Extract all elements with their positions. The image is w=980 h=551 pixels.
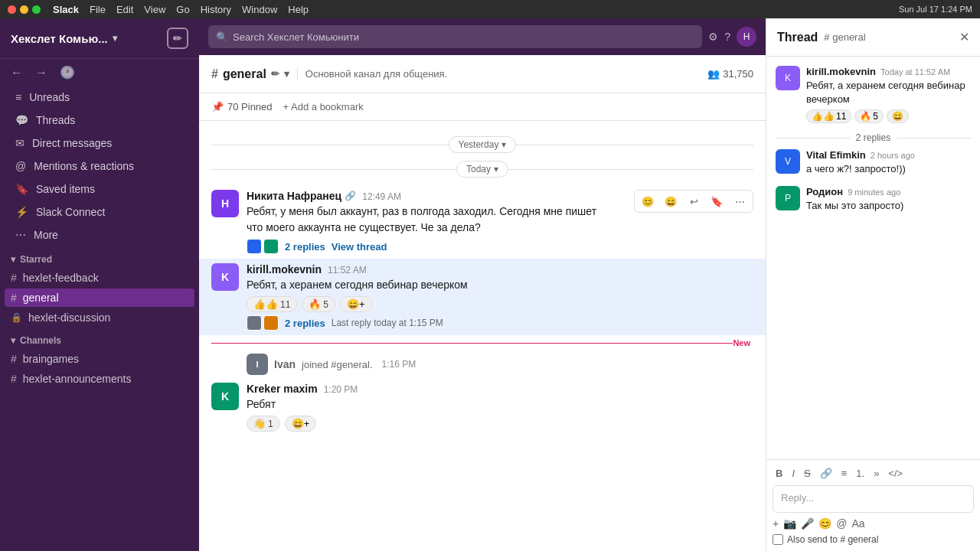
sidebar-item-more[interactable]: ⋯ More	[5, 224, 194, 246]
reply-avatars	[247, 315, 279, 331]
italic-button[interactable]: I	[789, 466, 798, 481]
menu-window[interactable]: Window	[242, 4, 277, 15]
sidebar-item-threads[interactable]: 💬 Threads	[5, 109, 194, 131]
add-bookmark-button[interactable]: + Add a bookmark	[283, 101, 364, 112]
bookmark-button[interactable]: 🔖	[707, 192, 727, 210]
filter-icon[interactable]: ⚙	[708, 31, 718, 43]
audio-button[interactable]: 🎤	[801, 517, 814, 530]
search-bar[interactable]: 🔍 Search Хекслет Комьюнити	[208, 25, 702, 48]
thread-time: Today at 11:52 AM	[880, 67, 950, 77]
messages-area[interactable]: Yesterday ▾ Today ▾ Н Никита Нафранец 🔗	[199, 121, 766, 551]
thread-msg-content: kirill.mokevnin Today at 11:52 AM Ребят,…	[806, 66, 971, 123]
emoji-button[interactable]: 😄	[661, 192, 681, 210]
add-button[interactable]: +	[773, 517, 779, 530]
also-send-option: Also send to # general	[773, 534, 974, 545]
members-icon: 👥	[707, 68, 720, 80]
sidebar-item-label: More	[34, 229, 58, 241]
reaction-wave[interactable]: 👋 1	[247, 416, 280, 432]
sidebar-channel-general[interactable]: # general	[5, 289, 194, 307]
workspace-name[interactable]: Хекслет Комью... ▾	[11, 32, 117, 45]
help-icon[interactable]: ?	[724, 31, 730, 43]
sidebar-item-mentions[interactable]: @ Mentions & reactions	[5, 155, 194, 177]
message-row: K kirill.mokevnin 11:52 AM Ребят, а хера…	[199, 259, 766, 335]
forward-button[interactable]: →	[32, 64, 51, 81]
message-content: kirill.mokevnin 11:52 AM Ребят, а херане…	[247, 263, 753, 331]
strikethrough-button[interactable]: S	[801, 466, 814, 481]
reply-avatar	[247, 315, 262, 331]
menu-go[interactable]: Go	[176, 4, 189, 15]
reaction-add[interactable]: 😄+	[285, 416, 317, 432]
thread-close-button[interactable]: ✕	[959, 30, 969, 44]
view-replies-link[interactable]: 2 replies	[285, 318, 325, 329]
history-button[interactable]: 🕐	[57, 64, 78, 81]
compose-button[interactable]: ✏	[167, 28, 188, 49]
pinned-bookmark[interactable]: 📌 70 Pinned	[211, 101, 273, 112]
thread-reaction-fire[interactable]: 🔥 5	[854, 109, 884, 123]
minimize-window-dot[interactable]	[20, 5, 28, 14]
bold-button[interactable]: B	[773, 466, 786, 481]
reply-avatar	[247, 239, 262, 254]
reaction-thumbsup[interactable]: 👍👍 11	[247, 296, 297, 312]
channel-chevron-icon[interactable]: ▾	[284, 68, 289, 80]
back-button[interactable]: ←	[8, 64, 26, 81]
main-content: 🔍 Search Хекслет Комьюнити ⚙ ? H # gener…	[199, 18, 766, 551]
reply-input[interactable]: Reply...	[773, 485, 974, 513]
also-send-checkbox[interactable]	[773, 534, 783, 545]
menu-view[interactable]: View	[144, 4, 165, 15]
code-button[interactable]: </>	[885, 466, 906, 481]
maximize-window-dot[interactable]	[32, 5, 41, 14]
thread-reply: Р Родион 9 minutes ago Так мы это запрос…	[776, 186, 971, 213]
sidebar-header: Хекслет Комью... ▾ ✏	[0, 18, 199, 59]
top-bar-actions: ⚙ ? H	[708, 27, 756, 47]
reply-toolbar: B I S 🔗 ≡ 1. » </>	[773, 466, 974, 481]
sidebar-item-label: Threads	[36, 114, 75, 126]
date-badge-today[interactable]: Today ▾	[456, 161, 508, 178]
sidebar-item-saved[interactable]: 🔖 Saved items	[5, 178, 194, 200]
starred-section-label[interactable]: ▾ Starred	[0, 246, 199, 268]
sidebar-channel-hexlet-announcements[interactable]: # hexlet-announcements	[0, 370, 199, 388]
sidebar-item-unreads[interactable]: ≡ Unreads	[5, 86, 194, 108]
link-button[interactable]: 🔗	[817, 466, 835, 481]
thread-msg-content: Родион 9 minutes ago Так мы это запросто…	[806, 186, 903, 213]
avatar-icon[interactable]: H	[737, 27, 756, 47]
sidebar-channel-braingames[interactable]: # braingames	[0, 350, 199, 368]
channels-section-label[interactable]: ▾ Channels	[0, 328, 199, 349]
video-button[interactable]: 📷	[783, 517, 796, 530]
view-replies-link[interactable]: 2 replies	[285, 241, 325, 253]
emoji-reaction-button[interactable]: 😊	[638, 192, 658, 210]
menu-help[interactable]: Help	[288, 4, 309, 15]
thread-title: Thread	[777, 31, 818, 44]
format-button[interactable]: Aa	[851, 517, 864, 530]
thread-reaction-thumbsup[interactable]: 👍👍 11	[806, 109, 851, 123]
thread-reaction-smile[interactable]: 😄	[887, 109, 909, 123]
search-icon: 🔍	[216, 31, 228, 43]
ordered-list-button[interactable]: 1.	[853, 466, 867, 481]
sidebar-item-direct-messages[interactable]: ✉ Direct messages	[5, 132, 194, 154]
thread-messages: K kirill.mokevnin Today at 11:52 AM Ребя…	[766, 57, 980, 459]
reaction-fire[interactable]: 🔥 5	[302, 296, 335, 312]
channel-edit-icon[interactable]: ✏	[271, 68, 279, 80]
sidebar-item-slack-connect[interactable]: ⚡ Slack Connect	[5, 201, 194, 223]
menu-edit[interactable]: Edit	[116, 4, 133, 15]
list-button[interactable]: ≡	[838, 466, 851, 481]
close-window-dot[interactable]	[8, 5, 16, 14]
channel-members[interactable]: 👥 31,750	[707, 68, 753, 80]
channel-hash-icon: #	[11, 373, 17, 385]
more-actions-button[interactable]: ⋯	[730, 192, 750, 210]
sidebar-channel-hexlet-feedback[interactable]: # hexlet-feedback	[0, 269, 199, 287]
app-name: Slack	[53, 4, 79, 15]
quote-button[interactable]: »	[871, 466, 882, 481]
sidebar-channel-hexlet-discussion[interactable]: 🔒 hexlet-discussion	[0, 308, 199, 327]
reply-button[interactable]: ↩	[684, 192, 704, 210]
menu-history[interactable]: History	[201, 4, 231, 15]
sidebar-item-label: Direct messages	[32, 137, 112, 149]
window-controls[interactable]	[8, 5, 41, 14]
view-thread-link[interactable]: View thread	[332, 241, 387, 253]
menu-file[interactable]: File	[90, 4, 106, 15]
emoji-picker-button[interactable]: 😊	[818, 517, 831, 530]
thread-avatar: V	[776, 149, 800, 174]
reaction-smile[interactable]: 😄+	[340, 296, 372, 312]
date-badge-yesterday[interactable]: Yesterday ▾	[449, 136, 517, 153]
mention-button[interactable]: @	[836, 517, 847, 530]
message-time: 1:16 PM	[382, 359, 416, 370]
